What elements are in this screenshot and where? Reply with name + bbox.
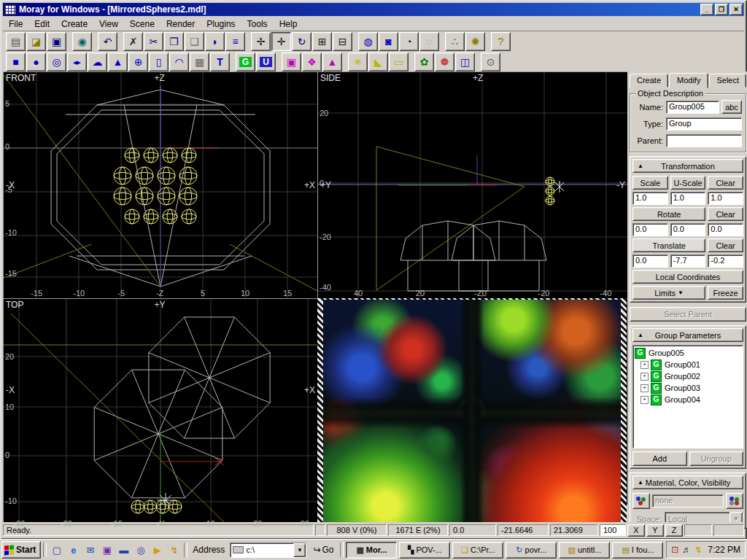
paste-button[interactable]: ❏ <box>185 32 204 51</box>
ungroup-button[interactable]: Ungroup <box>689 451 744 466</box>
display-icon[interactable]: ▬ <box>116 542 131 558</box>
create-torus-button[interactable]: ◎ <box>47 52 66 71</box>
menu-edit[interactable]: Edit <box>28 18 55 31</box>
address-combo[interactable]: c:\ ▼ <box>230 542 306 558</box>
material-browse-button[interactable] <box>726 493 743 509</box>
expand-plus-icon[interactable]: + <box>640 361 649 369</box>
axis-z-button[interactable]: Z <box>665 524 683 537</box>
maximize-viewport-button[interactable]: ⊞ <box>312 32 332 51</box>
rotate-y-input[interactable]: 0.0 <box>670 223 706 236</box>
tree-root-item[interactable]: GGroup005 <box>635 347 741 359</box>
scale-x-input[interactable]: 1.0 <box>632 192 668 205</box>
tab-modify[interactable]: Modify <box>669 73 708 88</box>
taskbar-task-ifou[interactable]: ▤I fou... <box>612 542 663 559</box>
delete-button[interactable]: ✗ <box>123 32 143 51</box>
expand-plus-icon[interactable]: + <box>640 384 649 392</box>
maximize-button[interactable]: ❐ <box>715 4 728 15</box>
taskbar-task-povr[interactable]: ↻povr... <box>506 542 557 559</box>
render-preview-button[interactable]: ◉ <box>72 32 92 51</box>
sphere-lathe-button[interactable]: ◍ <box>358 32 378 51</box>
taskbar-task-pov[interactable]: ▚POV-... <box>399 542 450 559</box>
go-button[interactable]: ↪ Go <box>309 542 338 557</box>
add-button[interactable]: Add <box>632 451 687 466</box>
rotate-tool-button[interactable]: ↻ <box>292 32 311 51</box>
sphere-bound-button[interactable]: ◙ <box>379 32 398 51</box>
group-parameters-header[interactable]: ▲ Group Parameters <box>632 328 743 342</box>
uscale-button[interactable]: U-Scale <box>670 176 706 190</box>
select-parent-button[interactable]: Select Parent <box>630 307 746 322</box>
menu-plugins[interactable]: Plugins <box>201 18 241 31</box>
translate-y-input[interactable]: -7.7 <box>670 254 706 268</box>
viewport-front[interactable]: FRONT +Z -X +X -15-10-5-Z5101550-5-10-15 <box>3 71 318 299</box>
scale-y-input[interactable]: 1.0 <box>670 192 706 205</box>
minimize-button[interactable]: _ <box>700 4 713 15</box>
name-field[interactable]: Group005 <box>666 101 719 114</box>
tree-item[interactable]: +GGroup004 <box>635 394 741 405</box>
render-settings-button[interactable]: ✺ <box>465 32 485 51</box>
cut-button[interactable]: ✂ <box>144 32 163 51</box>
create-cylinder-button[interactable]: ⊕ <box>128 52 148 71</box>
menu-create[interactable]: Create <box>55 18 93 31</box>
rotate-clear-button[interactable]: Clear <box>708 207 743 221</box>
create-box-button[interactable]: ■ <box>6 52 26 71</box>
create-prism-button[interactable]: ▯ <box>149 52 169 71</box>
tab-create[interactable]: Create <box>630 74 668 88</box>
group-tree[interactable]: GGroup005+GGroup001+GGroup002+GGroup003+… <box>632 345 743 448</box>
translate-tool-button[interactable]: ✢ <box>251 32 271 51</box>
material-balls-button[interactable]: ∴ <box>445 32 465 51</box>
rotate-button[interactable]: Rotate <box>632 207 705 221</box>
taskbar-task-mor[interactable]: ▦Mor... <box>346 542 397 559</box>
translate-x-input[interactable]: 0.0 <box>632 254 668 268</box>
internet-explorer-icon[interactable]: e <box>66 542 81 558</box>
create-camera-button[interactable]: ▣ <box>282 52 301 71</box>
layer-list-button[interactable]: ≡ <box>225 32 245 51</box>
copy-button[interactable]: ❐ <box>164 32 184 51</box>
union-button-button[interactable]: U <box>256 52 276 71</box>
scale-button[interactable]: Scale <box>632 176 668 190</box>
viewport-side[interactable]: SIDE +Z +Y -Y 4020-Z0-20-40200-20-40 <box>317 71 628 299</box>
tree-item[interactable]: +GGroup002 <box>635 370 741 382</box>
sweep-button[interactable]: ◗ <box>205 32 225 51</box>
render-camera-view-button[interactable]: ⊙ <box>481 52 500 71</box>
material-editor-button[interactable]: ✿ <box>414 52 434 71</box>
axis-x-button[interactable]: X <box>627 524 645 537</box>
grid-size-input[interactable]: 100 <box>600 524 626 536</box>
transformation-header[interactable]: ▲ Transformation <box>632 159 743 173</box>
scale-clear-button[interactable]: Clear <box>708 176 743 190</box>
new-button[interactable]: ▤ <box>6 32 26 51</box>
tv-media-icon[interactable]: ▣ <box>99 542 115 558</box>
axis-y-button[interactable]: Y <box>646 524 664 537</box>
tree-item[interactable]: +GGroup003 <box>635 382 741 394</box>
close-button[interactable]: ✕ <box>729 4 743 15</box>
plugin-colors-button[interactable]: ❁ <box>435 52 454 71</box>
volume-icon[interactable]: ♬ <box>682 545 691 555</box>
menu-render[interactable]: Render <box>160 18 201 31</box>
freeze-button[interactable]: Freeze <box>708 286 743 300</box>
local-coordinates-button[interactable]: Local Coordinates <box>632 270 743 284</box>
create-heightfield-button[interactable]: ◠ <box>169 52 189 71</box>
save-button[interactable]: ▣ <box>47 32 66 51</box>
create-blob-button[interactable]: ☁ <box>88 52 107 71</box>
msn-icon[interactable]: ◎ <box>133 542 148 558</box>
viewport-top[interactable]: TOP +Y -X +X -30-20-10-Y10203020100-10 <box>3 298 318 529</box>
abc-button[interactable]: abc <box>721 100 742 114</box>
create-cone-button[interactable]: ▲ <box>108 52 128 71</box>
material-header[interactable]: ▲ Material, Color, Visibility <box>632 475 743 489</box>
translate-z-input[interactable]: -0.2 <box>708 254 743 268</box>
sphere-disabled-button[interactable]: ◌ <box>419 32 439 51</box>
create-arealight-button[interactable]: ▭ <box>389 52 409 71</box>
group-button-button[interactable]: G <box>236 52 255 71</box>
viewport-render[interactable] <box>317 298 627 528</box>
limits-button[interactable]: Limits ▼ <box>632 286 705 300</box>
create-mesh-button[interactable]: ▦ <box>190 52 209 71</box>
start-button[interactable]: Start <box>1 541 41 559</box>
csg-operation-button[interactable]: ❖ <box>302 52 322 71</box>
menu-tools[interactable]: Tools <box>241 18 274 31</box>
translate-clear-button[interactable]: Clear <box>708 238 743 252</box>
material-assign-button[interactable] <box>632 493 650 509</box>
tree-item[interactable]: +GGroup001 <box>635 359 741 370</box>
network-icon[interactable]: ⊡ <box>671 545 678 555</box>
winamp-icon[interactable]: ↯ <box>166 542 182 558</box>
translate-button[interactable]: Translate <box>632 238 705 252</box>
tab-select[interactable]: Select <box>709 74 746 88</box>
